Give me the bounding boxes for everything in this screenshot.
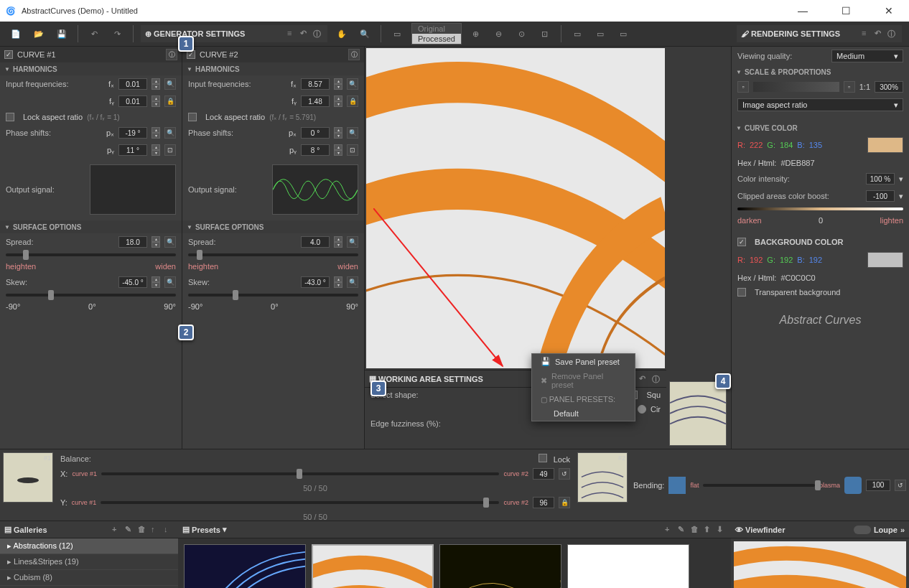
preset-item[interactable]: underwater (184, 544, 306, 588)
hand-icon[interactable]: ✋ (333, 25, 350, 42)
viewfinder-preview[interactable] (734, 541, 906, 588)
reset-icon[interactable]: ↶ (639, 374, 649, 384)
bending-input[interactable] (866, 480, 890, 491)
menu-icon[interactable]: ≡ (862, 29, 872, 39)
lock-checkbox[interactable] (539, 454, 547, 462)
bending-slider[interactable] (703, 484, 815, 487)
magnify-icon[interactable]: 🔍 (164, 276, 176, 288)
curve-1-checkbox[interactable] (4, 50, 13, 59)
expand-icon[interactable]: » (900, 526, 905, 534)
fx-input[interactable] (118, 78, 147, 90)
save-preset-item[interactable]: 💾Save Panel preset (532, 354, 635, 369)
info-icon[interactable]: ⓘ (652, 374, 662, 384)
delete-icon[interactable]: 🗑 (691, 525, 701, 535)
skew-slider[interactable] (188, 294, 358, 297)
curve-2-thumb[interactable]: #2 (577, 452, 628, 503)
preset-item[interactable]: dune (439, 544, 561, 588)
scale-input[interactable] (875, 81, 903, 93)
scale-small-icon[interactable]: ▫ (737, 81, 749, 93)
magnify-icon[interactable]: 🔍 (347, 78, 358, 90)
menu-icon[interactable]: ≡ (287, 29, 297, 39)
edit-icon[interactable]: ✎ (125, 525, 135, 535)
dropdown-icon[interactable]: ▾ (223, 525, 227, 534)
frame-icon[interactable]: ▭ (388, 25, 406, 42)
transparent-checkbox[interactable] (737, 288, 746, 297)
curve-1-thumb[interactable]: #1 (3, 452, 53, 503)
clipped-slider[interactable] (737, 207, 903, 210)
y-balance-slider[interactable] (101, 501, 499, 504)
preview-1-icon[interactable]: ▭ (569, 25, 586, 42)
lock-icon[interactable]: 🔒 (559, 497, 570, 508)
x-val-input[interactable] (533, 468, 554, 480)
magnify-icon[interactable]: 🔍 (347, 127, 358, 139)
spin-down[interactable]: ▾ (152, 84, 160, 90)
delete-icon[interactable]: 🗑 (138, 525, 148, 535)
new-icon[interactable]: 📄 (7, 25, 24, 42)
preview-2-icon[interactable]: ▭ (592, 25, 609, 42)
fy-input[interactable] (301, 95, 330, 107)
skew-input[interactable] (118, 276, 147, 288)
preset-item[interactable]: fantasy #1 * (312, 544, 434, 588)
save-icon[interactable]: 💾 (53, 25, 70, 42)
skew-slider[interactable] (6, 294, 176, 297)
zoom-out-icon[interactable]: ⊖ (490, 25, 508, 42)
redo-icon[interactable]: ↷ (108, 25, 126, 42)
circle-radio[interactable] (638, 405, 646, 414)
minimize-button[interactable]: — (788, 5, 817, 17)
surface-header[interactable]: SURFACE OPTIONS (0, 220, 182, 233)
fy-input[interactable] (118, 95, 147, 107)
tab-original[interactable]: Original (412, 24, 461, 34)
magnify-icon[interactable]: 🔍 (164, 78, 176, 90)
reset-icon[interactable]: ↺ (895, 480, 906, 491)
preset-item[interactable]: hills (567, 544, 689, 588)
import-icon[interactable]: ⬆ (704, 525, 714, 535)
px-input[interactable] (301, 127, 330, 139)
down-icon[interactable]: ↓ (164, 525, 174, 535)
target-icon[interactable]: ⊡ (164, 144, 176, 156)
remove-preset-item[interactable]: ✖Remove Panel preset (532, 369, 635, 392)
add-icon[interactable]: + (665, 525, 675, 535)
harmonics-header[interactable]: HARMONICS (0, 62, 182, 75)
open-icon[interactable]: 📂 (30, 25, 47, 42)
default-preset-item[interactable]: Default (532, 406, 635, 421)
spin-down[interactable]: ▾ (152, 101, 160, 107)
gallery-item[interactable]: ▸ Lines&Stripes (19) (0, 554, 178, 570)
viewing-quality-dropdown[interactable]: Medium▾ (831, 50, 903, 62)
target-icon[interactable]: ⊡ (347, 144, 358, 156)
up-icon[interactable]: ↑ (151, 525, 161, 535)
fx-input[interactable] (301, 78, 330, 90)
magnify-icon[interactable]: 🔍 (164, 127, 176, 139)
lock-aspect-checkbox[interactable] (6, 113, 14, 121)
preview-3-icon[interactable]: ▭ (615, 25, 632, 42)
scale-large-icon[interactable]: ▫ (844, 81, 855, 93)
reset-icon[interactable]: ↶ (300, 29, 310, 39)
clipped-input[interactable] (866, 190, 895, 202)
info-icon[interactable]: ⓘ (166, 49, 177, 60)
lock-icon[interactable]: 🔒 (164, 95, 176, 107)
px-input[interactable] (118, 127, 147, 139)
zoom-in-icon[interactable]: ⊕ (467, 25, 485, 42)
py-input[interactable] (118, 144, 147, 156)
magnify-icon[interactable]: 🔍 (164, 236, 176, 248)
zoom-fit-icon[interactable]: ⊙ (513, 25, 531, 42)
spin-up[interactable]: ▴ (152, 95, 160, 101)
lock-aspect-checkbox[interactable] (188, 113, 197, 121)
edit-icon[interactable]: ✎ (678, 525, 688, 535)
reset-icon[interactable]: ↺ (559, 468, 570, 480)
py-input[interactable] (301, 144, 330, 156)
zoom-100-icon[interactable]: ⊡ (536, 25, 554, 42)
curve-color-swatch[interactable] (867, 137, 903, 153)
info-icon[interactable]: ⓘ (313, 29, 323, 39)
export-icon[interactable]: ⬇ (717, 525, 727, 535)
spin-up[interactable]: ▴ (152, 78, 160, 84)
info-icon[interactable]: ⓘ (887, 29, 898, 39)
maximize-button[interactable]: ☐ (831, 5, 860, 17)
bg-color-checkbox[interactable] (737, 238, 746, 246)
aspect-ratio-dropdown[interactable]: Image aspect ratio▾ (737, 98, 903, 111)
undo-icon[interactable]: ↶ (85, 25, 103, 42)
y-val-input[interactable] (533, 497, 554, 508)
gallery-item[interactable]: ▸ Abstractions (12) (0, 538, 178, 554)
spread-slider[interactable] (6, 253, 176, 256)
zoom-icon[interactable]: 🔍 (356, 25, 373, 42)
tab-processed[interactable]: Processed (412, 34, 461, 44)
